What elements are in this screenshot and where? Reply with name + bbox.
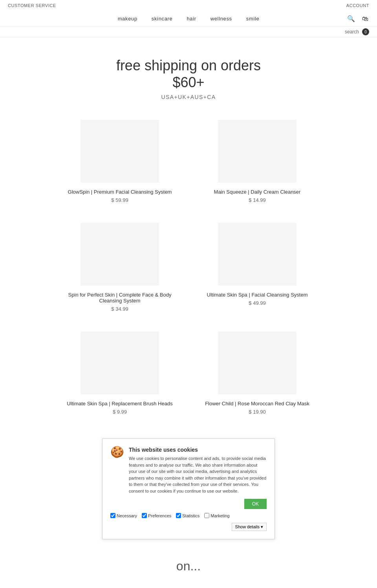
product-card-1[interactable]: Main Squeeze | Daily Cream Cleanser $ 14… xyxy=(188,112,326,215)
product-price-2: $ 34.99 xyxy=(111,306,128,312)
customer-service-link[interactable]: CUSTOMER SERVICE xyxy=(8,3,56,8)
product-card-3[interactable]: Ultimate Skin Spa | Facial Cleansing Sys… xyxy=(188,215,326,324)
cookie-options: Necessary Preferences Statistics Marketi… xyxy=(110,513,267,531)
product-title-4: Ultimate Skin Spa | Replacement Brush He… xyxy=(67,401,172,407)
search-icon[interactable]: 🔍 xyxy=(347,15,355,23)
cookie-title: This website uses cookies xyxy=(129,447,267,453)
cookie-header: 🍪 This website uses cookies We use cooki… xyxy=(110,447,267,494)
product-card-2[interactable]: Spin for Perfect Skin | Complete Face & … xyxy=(51,215,188,324)
cookie-option-statistics[interactable]: Statistics xyxy=(176,513,199,518)
product-title-1: Main Squeeze | Daily Cream Cleanser xyxy=(214,189,301,195)
product-price-4: $ 9.99 xyxy=(113,409,127,415)
cookie-content: This website uses cookies We use cookies… xyxy=(129,447,267,494)
cookie-ok-button[interactable]: OK xyxy=(244,499,267,509)
product-price-3: $ 49.99 xyxy=(249,300,265,306)
cookie-option-marketing[interactable]: Marketing xyxy=(204,513,229,518)
hero-title: free shipping on orders $60+ xyxy=(8,57,369,91)
product-image-1 xyxy=(218,120,296,183)
cookie-text: We use cookies to personalise content an… xyxy=(129,455,267,494)
nav-item-hair[interactable]: hair xyxy=(187,16,196,22)
product-title-0: GlowSpin | Premium Facial Cleansing Syst… xyxy=(68,189,172,195)
main-nav: makeup skincare hair wellness smile 🔍 🛍 xyxy=(0,11,377,26)
on-section: on... xyxy=(0,547,377,585)
nav-icons: 🔍 🛍 xyxy=(347,15,369,23)
product-image-5 xyxy=(218,332,296,394)
account-link[interactable]: ACCOUNT xyxy=(346,3,369,8)
product-image-3 xyxy=(218,223,296,286)
top-bar: CUSTOMER SERVICE ACCOUNT xyxy=(0,0,377,11)
nav-item-makeup[interactable]: makeup xyxy=(118,16,137,22)
cart-count[interactable]: 0 xyxy=(362,28,369,35)
product-price-0: $ 59.99 xyxy=(111,197,128,203)
hero-subtitle: USA+UK+AUS+CA xyxy=(8,94,369,100)
product-image-0 xyxy=(81,120,159,183)
cookie-section: 🍪 This website uses cookies We use cooki… xyxy=(0,430,377,547)
product-title-3: Ultimate Skin Spa | Facial Cleansing Sys… xyxy=(207,292,308,298)
share-section: share with us! #vpbeauty xyxy=(0,585,377,588)
product-card-0[interactable]: GlowSpin | Premium Facial Cleansing Syst… xyxy=(51,112,188,215)
cookie-option-necessary[interactable]: Necessary xyxy=(110,513,137,518)
product-price-5: $ 19.90 xyxy=(249,409,265,415)
nav-item-wellness[interactable]: wellness xyxy=(210,16,232,22)
product-image-4 xyxy=(81,332,159,394)
cookie-option-preferences[interactable]: Preferences xyxy=(142,513,171,518)
hero-banner: free shipping on orders $60+ USA+UK+AUS+… xyxy=(0,45,377,108)
product-price-1: $ 14.99 xyxy=(249,197,265,203)
product-card-4[interactable]: Ultimate Skin Spa | Replacement Brush He… xyxy=(51,324,188,427)
product-title-5: Flower Child | Rose Moroccan Red Clay Ma… xyxy=(205,401,309,407)
product-image-2 xyxy=(81,223,159,286)
nav-item-smile[interactable]: smile xyxy=(246,16,260,22)
search-bar: search 0 xyxy=(0,26,377,37)
product-grid: GlowSpin | Premium Facial Cleansing Syst… xyxy=(35,108,342,430)
cookie-icon: 🍪 xyxy=(110,447,124,458)
product-card-5[interactable]: Flower Child | Rose Moroccan Red Clay Ma… xyxy=(188,324,326,427)
search-label[interactable]: search xyxy=(345,29,359,35)
product-title-2: Spin for Perfect Skin | Complete Face & … xyxy=(57,292,182,304)
show-details-button[interactable]: Show details ▾ xyxy=(232,523,267,531)
cart-icon[interactable]: 🛍 xyxy=(361,15,369,23)
nav-item-skincare[interactable]: skincare xyxy=(152,16,173,22)
cookie-banner: 🍪 This website uses cookies We use cooki… xyxy=(102,438,275,539)
